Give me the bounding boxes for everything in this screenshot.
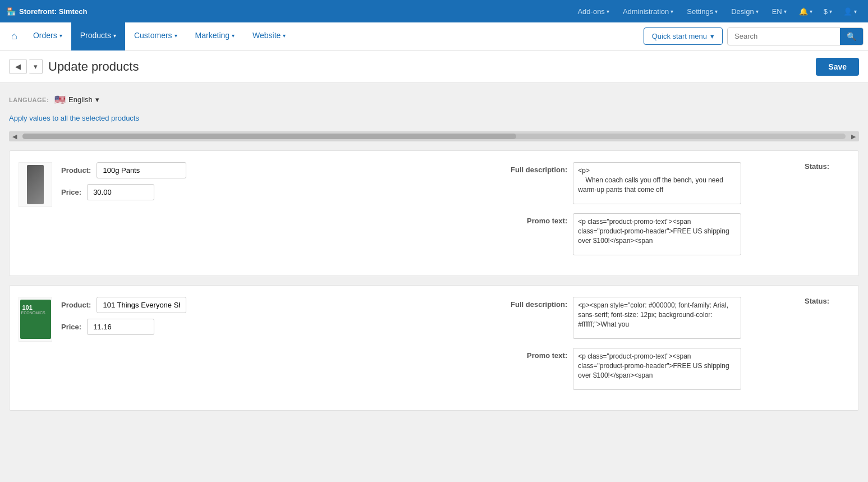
search-wrapper: 🔍 <box>727 27 864 45</box>
price-input-1[interactable] <box>87 184 154 200</box>
back-dropdown-arrow: ▾ <box>34 62 38 71</box>
product-name-group-1: Product: <box>61 162 186 178</box>
product-card-2: Product: Price: Full description: Promo … <box>9 285 859 411</box>
full-desc-label-1: Full description: <box>500 162 567 174</box>
price-group-1: Price: <box>61 184 186 200</box>
price-input-2[interactable] <box>87 319 154 335</box>
design-menu[interactable]: Design ▾ <box>725 5 764 18</box>
quick-start-button[interactable]: Quick start menu ▾ <box>644 27 723 45</box>
currency-button[interactable]: $ ▾ <box>819 5 837 18</box>
user-menu-button[interactable]: 👤 ▾ <box>839 5 861 18</box>
administration-menu[interactable]: Administration ▾ <box>617 5 679 18</box>
back-dropdown-button[interactable]: ▾ <box>29 59 43 74</box>
dollar-icon: $ <box>824 7 828 16</box>
design-arrow: ▾ <box>756 8 759 15</box>
marketing-nav[interactable]: Marketing ▾ <box>186 22 244 51</box>
promo-textarea-2[interactable] <box>573 348 741 390</box>
product-name-input-1[interactable] <box>97 162 186 178</box>
save-button[interactable]: Save <box>816 58 859 76</box>
scroll-right-arrow[interactable]: ▶ <box>848 133 859 140</box>
orders-nav[interactable]: Orders ▾ <box>24 22 71 51</box>
top-nav: Add-ons ▾ Administration ▾ Settings ▾ De… <box>572 5 861 18</box>
scroll-track <box>22 134 846 139</box>
settings-menu[interactable]: Settings ▾ <box>681 5 723 18</box>
language-select[interactable]: 🇺🇸 English ▾ <box>54 94 99 105</box>
status-group-1: Status: <box>805 162 849 171</box>
promo-label-1: Promo text: <box>500 213 567 225</box>
apply-values-link[interactable]: Apply values to all the selected product… <box>9 114 859 122</box>
status-label-1: Status: <box>805 162 829 171</box>
flag-icon: 🇺🇸 <box>54 94 66 105</box>
addons-arrow: ▾ <box>607 8 609 15</box>
product-card-1: Product: Price: Full description: Promo … <box>9 150 859 276</box>
admin-arrow: ▾ <box>670 8 673 15</box>
secondary-nav: ⌂ Orders ▾ Products ▾ Customers ▾ Market… <box>0 22 868 51</box>
website-arrow: ▾ <box>283 33 286 39</box>
quick-start-arrow: ▾ <box>710 32 714 40</box>
status-label-2: Status: <box>805 297 829 305</box>
product-row-2: Product: Price: Full description: Promo … <box>19 297 849 390</box>
full-desc-row-2: Full description: <box>500 297 796 339</box>
language-menu[interactable]: EN ▾ <box>766 5 792 18</box>
promo-text-row-2: Promo text: <box>500 348 796 390</box>
price-label-2: Price: <box>61 323 81 331</box>
scroll-left-arrow[interactable]: ◀ <box>9 133 20 140</box>
product-row-1: Product: Price: Full description: Promo … <box>19 162 849 255</box>
product-image-1 <box>19 162 52 207</box>
full-desc-textarea-1[interactable] <box>573 162 741 204</box>
back-icon: ◀ <box>15 62 21 71</box>
page-title: Update products <box>48 59 810 74</box>
product-image-2 <box>19 297 52 342</box>
search-input[interactable] <box>728 28 840 44</box>
user-icon: 👤 <box>843 7 852 16</box>
language-row: Language: 🇺🇸 English ▾ <box>9 94 859 105</box>
top-bar: 🏪 Storefront: Simtech Add-ons ▾ Administ… <box>0 0 868 22</box>
promo-label-2: Promo text: <box>500 348 567 360</box>
book-image <box>20 300 51 339</box>
full-desc-textarea-2[interactable] <box>573 297 741 339</box>
scroll-thumb <box>22 134 516 139</box>
promo-text-row-1: Promo text: <box>500 213 796 255</box>
addons-menu[interactable]: Add-ons ▾ <box>572 5 614 18</box>
page-header: ◀ ▾ Update products Save <box>0 51 868 83</box>
description-group-2: Full description: Promo text: <box>500 297 796 390</box>
customers-arrow: ▾ <box>174 33 177 39</box>
lang-arrow: ▾ <box>784 8 787 15</box>
description-group-1: Full description: Promo text: <box>500 162 796 255</box>
home-button[interactable]: ⌂ <box>4 26 24 47</box>
website-nav[interactable]: Website ▾ <box>244 22 295 51</box>
product-name-input-2[interactable] <box>97 297 186 313</box>
product-label-2: Product: <box>61 301 91 309</box>
settings-arrow: ▾ <box>715 8 718 15</box>
search-button[interactable]: 🔍 <box>840 28 863 45</box>
notifications-button[interactable]: 🔔 ▾ <box>794 5 817 18</box>
content-area: Language: 🇺🇸 English ▾ Apply values to a… <box>0 83 868 481</box>
storefront-label: 🏪 Storefront: Simtech <box>7 7 87 16</box>
product-name-group-2: Product: <box>61 297 186 313</box>
full-desc-row-1: Full description: <box>500 162 796 204</box>
language-arrow: ▾ <box>95 95 99 104</box>
language-label: Language: <box>9 97 49 103</box>
marketing-arrow: ▾ <box>232 33 235 39</box>
back-button[interactable]: ◀ <box>9 59 27 74</box>
promo-textarea-1[interactable] <box>573 213 741 255</box>
pants-image <box>27 165 44 204</box>
full-desc-label-2: Full description: <box>500 297 567 309</box>
products-arrow: ▾ <box>113 33 116 39</box>
product-label-1: Product: <box>61 166 91 175</box>
storefront-icon: 🏪 <box>7 7 16 16</box>
price-group-2: Price: <box>61 319 186 335</box>
status-group-2: Status: <box>805 297 849 305</box>
products-nav[interactable]: Products ▾ <box>71 22 125 51</box>
language-value: English <box>68 95 93 104</box>
price-label-1: Price: <box>61 188 81 196</box>
customers-nav[interactable]: Customers ▾ <box>125 22 186 51</box>
horizontal-scrollbar[interactable]: ◀ ▶ <box>9 131 859 141</box>
orders-arrow: ▾ <box>59 33 62 39</box>
bell-icon: 🔔 <box>799 7 808 16</box>
